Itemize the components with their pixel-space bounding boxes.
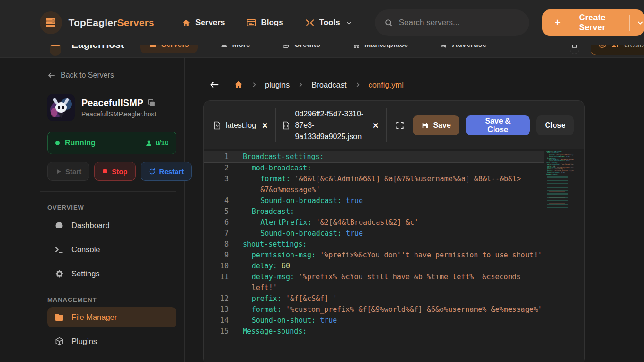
create-server-button[interactable]: + Create Server <box>542 9 644 36</box>
credits-badge[interactable]: 17 credits + <box>591 45 644 55</box>
code-text: AlertPrefix: '&2[&4&lBroadcast&2] &c' <box>243 217 544 228</box>
coins-icon <box>282 45 290 49</box>
code-line[interactable]: 11delay-msg: '%prefix% &cYou still have … <box>204 272 544 293</box>
line-number: 8 <box>204 239 243 250</box>
minimap-texture <box>546 176 574 209</box>
breadcrumb-back-button[interactable] <box>209 79 220 90</box>
status-dot <box>55 141 60 145</box>
cart-icon <box>352 45 360 49</box>
search-bar[interactable] <box>375 9 529 36</box>
file-editor-card: latest.log ✕ 0d296ff2-f5d7-3310-87e3-9a1… <box>203 100 585 362</box>
code-line[interactable]: 10delay: 60 <box>204 261 544 272</box>
line-number: 12 <box>204 293 243 304</box>
subnav-item-credits[interactable]: Credits <box>273 45 329 53</box>
code-text: delay-msg: '%prefix% &cYou still have &b… <box>243 272 544 293</box>
main-content: pluginsBroadcastconfig.yml latest.log ✕ … <box>185 58 644 362</box>
fullscreen-icon[interactable] <box>393 119 406 132</box>
indent-guide <box>252 195 252 206</box>
home-icon <box>182 18 191 27</box>
indent-guide <box>243 261 243 272</box>
sidebar-item-file-manager[interactable]: File Manager <box>47 307 176 327</box>
chevron-right-icon <box>297 81 304 88</box>
sidebar-item-label: Settings <box>71 269 100 278</box>
close-tab-icon[interactable]: ✕ <box>261 121 269 130</box>
section-title: OVERVIEW <box>47 204 176 211</box>
editor-minimap[interactable]: Broadcast-settings: mod-broadcast: forma… <box>546 151 574 293</box>
search-input[interactable] <box>399 18 520 27</box>
player-count: 0/10 <box>156 139 168 147</box>
tab-json-file[interactable]: 0d296ff2-f5d7-3310-87e3-9a133d9a9025.jso… <box>282 108 379 142</box>
code-line[interactable]: 2mod-broadcast: <box>204 163 544 174</box>
sidebar-item-settings[interactable]: Settings <box>47 264 176 284</box>
server-avatar <box>47 94 75 121</box>
code-line[interactable]: 9permission-msg: '%prefix%&cYou don''t h… <box>204 250 544 261</box>
breadcrumb-segment[interactable]: Broadcast <box>311 80 346 89</box>
code-text: format: '&6&l[&c&lAdmin&6&l] &a[&7&l%use… <box>243 174 544 195</box>
sidebar: Back to Servers PeacefullSMP <box>0 58 185 362</box>
nav-item-tools[interactable]: Tools <box>305 18 352 27</box>
line-number: 6 <box>204 217 243 228</box>
code-line[interactable]: 1Broadcast-settings: <box>204 151 544 163</box>
top-nav-items: ServersBlogsTools <box>182 18 352 27</box>
eagler-host-brand: EaglerHost <box>71 45 124 50</box>
code-text: permission-msg: '%prefix%&cYou don''t ha… <box>243 250 544 261</box>
sidebar-item-dashboard[interactable]: Dashboard <box>47 215 176 236</box>
sidebar-item-console[interactable]: Console <box>47 239 176 260</box>
brand-name[interactable]: TopEaglerServers <box>69 17 154 28</box>
gauge-icon <box>54 221 64 230</box>
tab-latest-log[interactable]: latest.log ✕ <box>213 121 269 130</box>
start-button[interactable]: Start <box>47 162 89 181</box>
brand-logo[interactable] <box>40 11 62 34</box>
chevron-down-icon[interactable] <box>636 19 644 26</box>
code-text: shout-settings: <box>243 239 544 250</box>
back-to-servers-link[interactable]: Back to Servers <box>47 71 176 79</box>
bag-icon-button[interactable] <box>570 45 579 54</box>
code-line[interactable]: 5Broadcast: <box>204 206 544 217</box>
sidebar-item-label: Plugins <box>71 337 97 346</box>
close-button[interactable]: Close <box>536 115 574 135</box>
code-line[interactable]: 14Sound-on-shout: true <box>204 315 544 326</box>
subnav-item-label: Advertise <box>452 45 486 49</box>
subnav-item-more[interactable]: More <box>212 45 259 53</box>
home-icon[interactable] <box>234 80 243 89</box>
subnav-item-advertise[interactable]: Advertise <box>431 45 495 53</box>
close-tab-icon[interactable]: ✕ <box>371 121 379 130</box>
code-text: Message-sounds: <box>243 326 544 337</box>
stop-button[interactable]: Stop <box>94 162 135 181</box>
code-line[interactable]: 12prefix: '&f[&cS&f] ' <box>204 293 544 304</box>
code-line[interactable]: 3format: '&6&l[&c&lAdmin&6&l] &a[&7&l%us… <box>204 174 544 195</box>
code-line[interactable]: 6AlertPrefix: '&2[&4&lBroadcast&2] &c' <box>204 217 544 228</box>
indent-guide <box>243 206 243 217</box>
code-text: Sound-on-broadcast: true <box>243 195 544 206</box>
subnav-item-marketplace[interactable]: Marketplace <box>343 45 417 53</box>
restart-button[interactable]: Restart <box>141 162 192 181</box>
save-and-close-button[interactable]: Save & Close <box>466 115 530 135</box>
sidebar-item-label: Dashboard <box>71 221 110 230</box>
copy-icon[interactable] <box>148 99 156 107</box>
subnav-item-servers[interactable]: Servers <box>140 45 198 53</box>
indent-guide <box>243 304 243 315</box>
save-button[interactable]: Save <box>413 115 459 135</box>
code-text: delay: 60 <box>243 261 544 272</box>
nav-item-servers[interactable]: Servers <box>182 18 225 27</box>
code-line[interactable]: 8shout-settings: <box>204 239 544 250</box>
code-editor[interactable]: 1Broadcast-settings:2mod-broadcast:3form… <box>204 149 584 362</box>
nav-item-blogs[interactable]: Blogs <box>247 18 283 27</box>
restart-icon <box>149 168 156 175</box>
chevron-down-icon <box>346 20 352 26</box>
plus-icon: + <box>555 17 561 29</box>
cube-icon <box>54 337 64 346</box>
code-text: Broadcast-settings: <box>243 151 544 162</box>
sidebar-item-plugins[interactable]: Plugins <box>47 331 176 352</box>
line-number: 15 <box>204 326 243 337</box>
eagler-host-logo[interactable] <box>50 45 61 56</box>
sidebar-item-label: File Manager <box>71 313 117 322</box>
indent-guide <box>243 272 243 293</box>
breadcrumb-segment[interactable]: plugins <box>265 80 290 89</box>
code-line[interactable]: 15Message-sounds: <box>204 326 544 337</box>
code-line[interactable]: 13format: '%custom_prefix% &f[&9%world%&… <box>204 304 544 315</box>
code-line[interactable]: 7Sound-on-broadcast: true <box>204 228 544 239</box>
code-text: Sound-on-shout: true <box>243 315 544 326</box>
credits-label: credits <box>624 45 644 49</box>
code-line[interactable]: 4Sound-on-broadcast: true <box>204 195 544 206</box>
